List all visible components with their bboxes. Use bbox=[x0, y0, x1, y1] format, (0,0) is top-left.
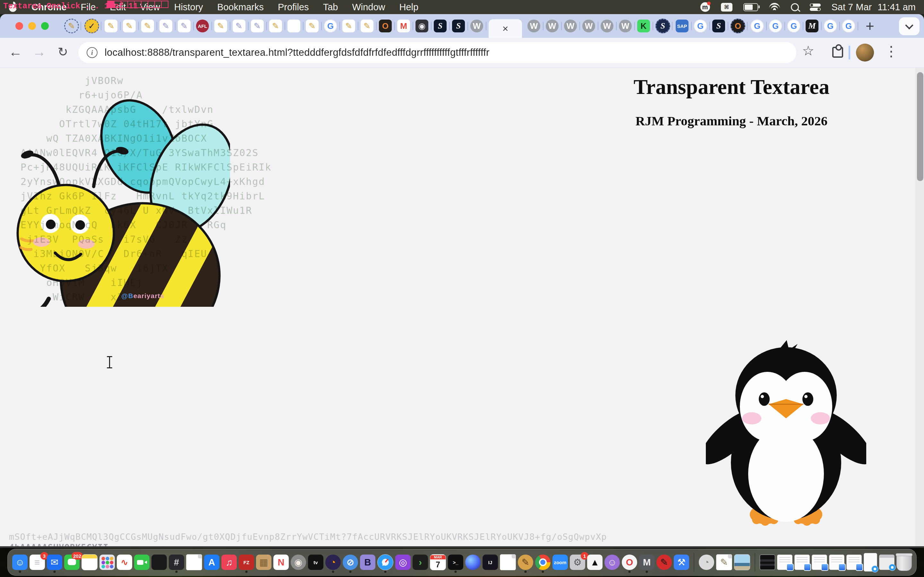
dock-item-app-store[interactable]: A bbox=[204, 554, 220, 570]
dock-item-minimized-page[interactable] bbox=[864, 553, 877, 572]
textarea-bottom-text-line2[interactable]: 4hAAAAASUVORK5CYII= bbox=[9, 542, 114, 546]
menu-help[interactable]: Help bbox=[399, 2, 419, 13]
dock-item-minimized-doc[interactable] bbox=[829, 554, 845, 570]
tab-favicon[interactable]: ✎ bbox=[269, 19, 282, 32]
dock-item-inkscape[interactable]: ▲ bbox=[587, 554, 603, 570]
tab-favicon[interactable]: G bbox=[694, 19, 707, 32]
tab-favicon[interactable]: S bbox=[656, 19, 670, 33]
tab-favicon[interactable]: ✎ bbox=[141, 19, 154, 32]
menu-profiles[interactable]: Profiles bbox=[278, 2, 309, 13]
spotlight-icon[interactable] bbox=[791, 3, 799, 11]
dock-item-safari[interactable] bbox=[377, 554, 393, 570]
dock-item-paintbrush[interactable]: ✎ bbox=[518, 554, 533, 570]
dock-item-gimp[interactable]: ◉ bbox=[291, 554, 306, 570]
dock-item-terminal[interactable]: >_ bbox=[448, 554, 463, 570]
dock-item-xcode[interactable]: ⚒ bbox=[674, 554, 689, 570]
dock-item-freeform[interactable]: ∿ bbox=[117, 554, 132, 570]
dock-item-grey-utility[interactable]: ◔ bbox=[699, 554, 714, 570]
tab-favicon[interactable]: ✎ bbox=[64, 19, 79, 33]
tab-favicon[interactable]: AFL bbox=[196, 19, 209, 32]
textarea-bottom-text-line1[interactable]: mSOft+eAJjWqBCMQl3QgCCGsMUgNsudFwo/gt0XQ… bbox=[9, 532, 607, 542]
tab-favicon[interactable]: ✎ bbox=[123, 19, 136, 32]
dock-item-messages[interactable]: 202 bbox=[64, 554, 79, 570]
dock-item-red-utility[interactable]: ✎ bbox=[656, 554, 672, 570]
tab-favicon[interactable]: SAP bbox=[676, 19, 688, 32]
profile-avatar[interactable] bbox=[856, 44, 874, 61]
dock-item-siri[interactable] bbox=[465, 554, 481, 570]
tab-favicon[interactable]: M bbox=[397, 19, 410, 32]
dock-item-news[interactable]: N bbox=[273, 554, 289, 570]
tab-favicon[interactable]: ◉ bbox=[415, 19, 428, 32]
address-bar[interactable]: i localhost:8888/transparent_textarea.ht… bbox=[78, 42, 796, 63]
dock-item-photos-thumbnail[interactable] bbox=[734, 554, 750, 570]
chrome-menu-icon[interactable]: ⋮ bbox=[884, 43, 898, 59]
tab-close-icon[interactable]: × bbox=[502, 23, 509, 35]
dock-item-keka[interactable]: › bbox=[413, 554, 428, 570]
dock-item-bbedit[interactable]: B bbox=[360, 554, 375, 570]
new-tab-button[interactable]: + bbox=[866, 19, 874, 32]
battery-icon[interactable] bbox=[743, 3, 758, 11]
transparent-textarea-overlay-text[interactable]: jVBORw r6+ujo6P/A kZGQAAApsbG /txlwDvn O… bbox=[21, 73, 271, 304]
tab-favicon[interactable]: S bbox=[712, 19, 725, 32]
control-center-icon[interactable] bbox=[810, 3, 821, 11]
tab-favicon[interactable]: W bbox=[619, 19, 632, 32]
menu-bookmarks[interactable]: Bookmarks bbox=[217, 2, 264, 13]
window-minimize-button[interactable] bbox=[28, 22, 36, 30]
dock-item-system-settings[interactable]: ⚙1 bbox=[570, 554, 585, 570]
tab-favicon[interactable]: S bbox=[434, 19, 447, 32]
tab-favicon[interactable]: G bbox=[769, 19, 782, 32]
page-content[interactable]: jVBORw r6+ujo6P/A kZGQAAApsbG /txlwDvn O… bbox=[0, 68, 924, 546]
tab-favicon[interactable]: W bbox=[527, 19, 540, 32]
tab-favicon[interactable]: ✎ bbox=[306, 19, 318, 32]
tab-favicon[interactable]: G bbox=[324, 19, 337, 32]
dock-item-launchpad[interactable] bbox=[99, 554, 115, 570]
tab-favicon[interactable]: ✎ bbox=[160, 19, 172, 32]
tab-favicon[interactable]: W bbox=[470, 19, 483, 32]
dock-item-trash[interactable] bbox=[897, 554, 912, 571]
wifi-icon[interactable] bbox=[769, 3, 780, 11]
dock-item-minimized-doc[interactable] bbox=[812, 554, 827, 570]
dock-item-minimized-doc[interactable] bbox=[795, 554, 810, 570]
dock-item-reminders[interactable]: ≡3 bbox=[29, 554, 45, 570]
tab-favicon[interactable]: G bbox=[842, 19, 855, 32]
tab-favicon[interactable]: ✎ bbox=[105, 19, 118, 32]
dock-item-minimized-grid[interactable] bbox=[879, 554, 895, 570]
tab-favicon[interactable]: G bbox=[824, 19, 837, 32]
reload-button[interactable]: ↻ bbox=[53, 42, 73, 61]
dock-item-stickies[interactable]: ✎ bbox=[716, 554, 732, 570]
dock-item-minimized-window-dark[interactable] bbox=[760, 554, 775, 570]
tab-favicon[interactable]: M bbox=[806, 19, 819, 32]
dock-item-music[interactable]: ♫ bbox=[221, 554, 237, 570]
dock-item-mamp[interactable]: M bbox=[639, 554, 654, 570]
dock-item-firefox[interactable]: ◔ bbox=[325, 554, 341, 570]
dock-item-notes[interactable] bbox=[81, 554, 97, 570]
site-info-icon[interactable]: i bbox=[87, 47, 97, 58]
tab-favicon[interactable]: G bbox=[751, 19, 764, 32]
dock-item-chrome[interactable] bbox=[535, 554, 551, 570]
tab-favicon[interactable]: ✎ bbox=[233, 19, 246, 32]
tab-favicon[interactable]: W bbox=[546, 19, 559, 32]
tab-favicon[interactable]: G bbox=[787, 19, 800, 32]
tab-favicon[interactable]: W bbox=[582, 19, 595, 32]
dock-item-textedit[interactable] bbox=[500, 554, 516, 570]
tab-favicon[interactable]: S bbox=[452, 19, 465, 32]
dock-item-apple-tv[interactable]: tv bbox=[308, 554, 323, 570]
menu-window[interactable]: Window bbox=[352, 2, 385, 13]
tab-favicon[interactable]: O bbox=[730, 19, 745, 33]
tab-favicon[interactable] bbox=[288, 19, 300, 32]
app-status-icon[interactable]: m bbox=[700, 2, 710, 12]
tab-favicon[interactable]: ✎ bbox=[178, 19, 191, 32]
dock-item-hand-mirror[interactable]: ☺ bbox=[604, 554, 620, 570]
tab-favicon[interactable]: ✎ bbox=[214, 19, 227, 32]
dock-item-opera[interactable]: O bbox=[622, 554, 637, 570]
tab-favicon[interactable]: ✎ bbox=[342, 19, 355, 32]
dock-item-calendar[interactable]: MAR7 bbox=[430, 554, 446, 570]
active-tab[interactable]: × bbox=[489, 19, 522, 38]
dock-item-podcasts[interactable]: ◎ bbox=[395, 554, 411, 570]
back-button[interactable]: ← bbox=[6, 42, 25, 61]
tab-favicon[interactable]: ✎ bbox=[360, 19, 373, 32]
dock-item-iphone-mirroring[interactable]: # bbox=[169, 554, 184, 570]
tab-favicon[interactable]: ✎ bbox=[251, 19, 264, 32]
tab-favicon[interactable]: ✓ bbox=[84, 19, 99, 33]
dock-item-facetime[interactable] bbox=[134, 554, 150, 570]
